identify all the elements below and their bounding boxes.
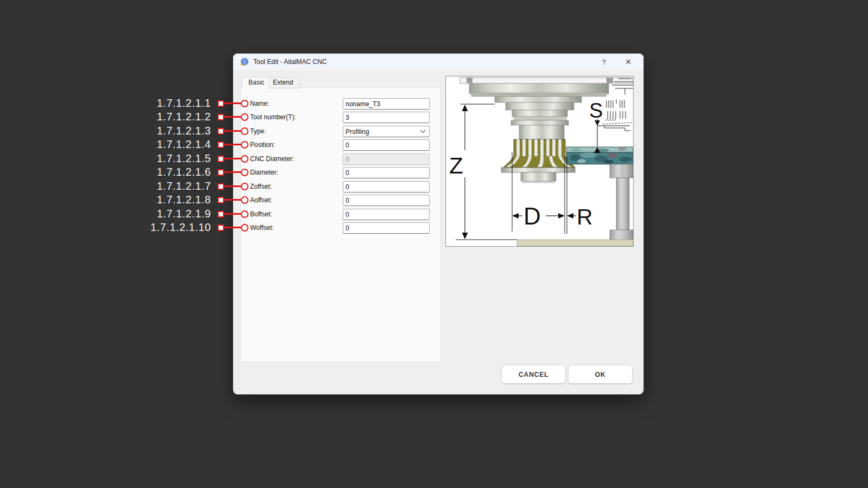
callout-row: 1.7.1.2.1.3 [148, 125, 248, 137]
form-row: Tool number(T): [241, 112, 441, 123]
callout-label: 1.7.1.2.1.10 [150, 221, 211, 234]
callout-label: 1.7.1.2.1.1 [157, 97, 211, 110]
ok-button[interactable]: OK [569, 365, 632, 383]
callout-circle-marker [241, 100, 248, 107]
callout-label: 1.7.1.2.1.9 [157, 208, 211, 220]
dim-label-r: R [577, 204, 593, 229]
callout-connector-line [224, 130, 241, 131]
cancel-button[interactable]: CANCEL [502, 365, 565, 383]
callout-label: 1.7.1.2.1.5 [157, 152, 211, 165]
boffset-input[interactable] [343, 209, 430, 220]
callout-row: 1.7.1.2.1.5 [148, 153, 248, 164]
form-row: Zoffset: [241, 181, 441, 192]
callout-connector-line [224, 158, 241, 159]
callout-row: 1.7.1.2.1.2 [148, 111, 248, 123]
callout-circle-marker [241, 224, 248, 232]
field-label-tool-number: Tool number(T): [250, 112, 296, 123]
callout-connector-line [224, 199, 241, 200]
dialog-titlebar[interactable]: Tool Edit - AitalMAC CNC ? ✕ [233, 54, 643, 70]
callout-square-marker [218, 114, 224, 120]
field-label-type: Type: [250, 126, 266, 137]
form-row: Position: [241, 139, 441, 151]
callout-circle-marker [241, 127, 248, 135]
callout-connector-line [224, 171, 241, 172]
zoffset-input[interactable] [343, 181, 430, 192]
dim-label-s: S [589, 99, 603, 122]
callout-row: 1.7.1.2.1.8 [148, 194, 248, 206]
field-label-cnc-diameter: CNC Diameter: [250, 153, 294, 165]
help-button[interactable]: ? [596, 58, 611, 66]
callout-row: 1.7.1.2.1.1 [148, 98, 248, 109]
callout-row: 1.7.1.2.1.6 [148, 166, 248, 178]
field-label-woffset: Woffset: [250, 222, 274, 234]
callout-row: 1.7.1.2.1.7 [148, 181, 248, 192]
form-row: Diameter: [241, 167, 441, 178]
type-select[interactable]: Profiling [343, 126, 430, 137]
callout-square-marker [218, 169, 224, 176]
callout-circle-marker [241, 113, 248, 121]
field-label-name: Name: [250, 98, 269, 110]
callout-circle-marker [241, 196, 248, 204]
callout-square-marker [218, 128, 224, 134]
tab-extend[interactable]: Extend [267, 77, 299, 88]
name-input[interactable] [343, 98, 430, 110]
callout-square-marker [218, 183, 224, 190]
tool-diagram-illustration: Z S D R [446, 76, 633, 246]
callout-connector-line [224, 102, 241, 104]
field-label-diameter: Diameter: [250, 167, 278, 178]
form-row: Woffset: [241, 222, 441, 234]
callout-row: 1.7.1.2.1.4 [148, 139, 248, 150]
callout-connector-line [224, 116, 241, 117]
dialog-title: Tool Edit - AitalMAC CNC [253, 58, 596, 66]
field-label-position: Position: [250, 139, 275, 151]
callout-row: 1.7.1.2.1.10 [148, 222, 248, 233]
dim-label-z: Z [449, 153, 463, 178]
callout-label: 1.7.1.2.1.3 [157, 125, 211, 137]
callout-label: 1.7.1.2.1.2 [157, 111, 211, 123]
form-row: Aoffset: [241, 195, 441, 206]
tool-edit-dialog: Tool Edit - AitalMAC CNC ? ✕ Basic Exten… [233, 54, 643, 394]
aoffset-input[interactable] [343, 195, 430, 206]
callout-circle-marker [241, 183, 248, 190]
callout-circle-marker [241, 169, 248, 176]
position-input[interactable] [343, 139, 430, 151]
callout-square-marker [218, 100, 224, 107]
callout-label: 1.7.1.2.1.7 [157, 180, 211, 192]
woffset-input[interactable] [343, 222, 430, 234]
callout-label: 1.7.1.2.1.8 [157, 194, 211, 206]
field-label-boffset: Boffset: [250, 209, 272, 220]
dim-label-d: D [524, 203, 541, 229]
callout-square-marker [218, 197, 224, 203]
chevron-down-icon [420, 130, 426, 133]
callout-square-marker [218, 156, 224, 162]
callout-connector-line [224, 227, 241, 228]
callout-square-marker [218, 211, 224, 217]
callout-circle-marker [241, 141, 248, 149]
callout-connector-line [224, 213, 241, 214]
callout-circle-marker [241, 155, 248, 163]
callout-label: 1.7.1.2.1.6 [157, 166, 211, 178]
field-label-zoffset: Zoffset: [250, 181, 272, 192]
callout-square-marker [218, 142, 224, 148]
form-panel: Name: Tool number(T): Type: Profiling Po… [240, 87, 441, 362]
type-select-value: Profiling [346, 128, 420, 136]
form-row: CNC Diameter: [241, 153, 441, 165]
callout-circle-marker [241, 210, 248, 218]
callout-square-marker [218, 224, 224, 231]
globe-icon [240, 57, 249, 66]
form-row: Name: [241, 98, 441, 110]
callout-connector-line [224, 144, 241, 145]
diameter-input[interactable] [343, 167, 430, 178]
form-row: Boffset: [241, 209, 441, 220]
cnc-diameter-input [343, 153, 430, 165]
callout-row: 1.7.1.2.1.9 [148, 208, 248, 220]
callout-label: 1.7.1.2.1.4 [157, 138, 211, 151]
close-button[interactable]: ✕ [620, 57, 636, 66]
callout-connector-line [224, 185, 241, 187]
field-label-aoffset: Aoffset: [250, 195, 272, 206]
tool-number-input[interactable] [343, 112, 430, 123]
tool-diagram-panel: Z S D R [445, 76, 634, 247]
form-row: Type: Profiling [241, 126, 441, 137]
